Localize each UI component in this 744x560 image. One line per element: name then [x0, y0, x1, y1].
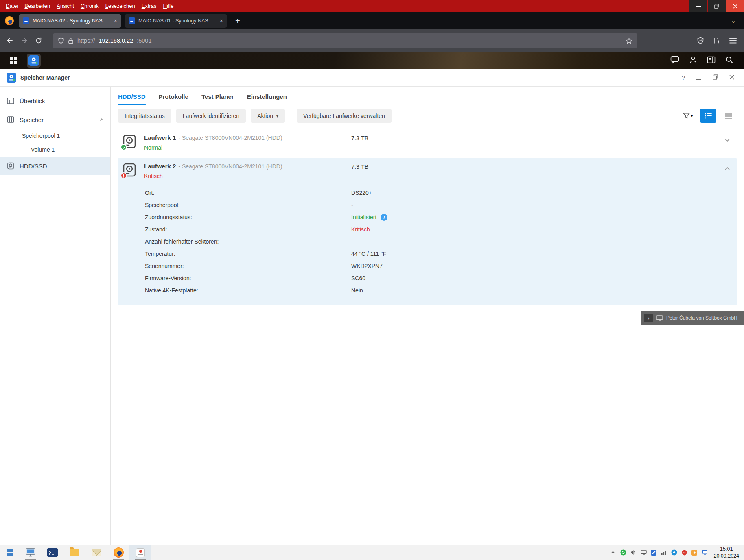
tracking-protection-shield-icon[interactable] — [58, 37, 64, 44]
button-label: Aktion — [257, 113, 273, 119]
menu-view[interactable]: Ansicht — [53, 0, 77, 12]
window-minimize-button[interactable] — [696, 74, 701, 81]
account-shield-icon[interactable] — [697, 37, 704, 44]
drive-list: Laufwerk 1- Seagate ST8000VN004-2M2101 (… — [118, 129, 737, 305]
window-maximize-button[interactable] — [713, 74, 718, 81]
menu-hamburger-icon[interactable] — [729, 38, 737, 44]
tab-title: MAIO-NAS-01 - Synology NAS — [138, 18, 217, 24]
drive-size: 7.3 TB — [351, 163, 368, 170]
detail-row: Firmware-Version:SC60 — [145, 272, 737, 284]
browser-close-button[interactable] — [726, 0, 744, 12]
dsm-search-icon[interactable] — [725, 56, 733, 65]
taskbar-app-disk-utility[interactable] — [129, 545, 151, 560]
taskbar-clock[interactable]: 15:01 20.09.2024 — [711, 546, 744, 559]
list-all-tabs-button[interactable]: ⌄ — [731, 17, 741, 24]
volume-icon[interactable] — [630, 549, 637, 556]
firefox-icon — [114, 547, 124, 558]
detail-label: Anzahl fehlerhafter Sektoren: — [145, 238, 351, 245]
browser-restore-button[interactable] — [708, 0, 726, 12]
remote-session-overlay: › Petar Čubela von Softbox GmbH — [641, 311, 744, 325]
detail-value: Initialisiert — [351, 214, 376, 220]
drive-row-2[interactable]: Laufwerk 2- Seagate ST8000VN004-2M2101 (… — [118, 158, 737, 185]
tab-hdd-ssd[interactable]: HDD/SSD — [118, 93, 146, 105]
menu-history[interactable]: Chronik — [77, 0, 102, 12]
menu-help[interactable]: Hilfe — [160, 0, 177, 12]
toolbar-divider — [291, 111, 291, 121]
detail-view-button[interactable] — [700, 109, 716, 123]
dsm-support-chat-icon[interactable] — [670, 56, 679, 65]
display-icon[interactable] — [640, 549, 647, 556]
drive-2-expanded-block: Laufwerk 2- Seagate ST8000VN004-2M2101 (… — [118, 158, 737, 305]
library-icon[interactable] — [713, 37, 720, 44]
browser-minimize-button[interactable] — [689, 0, 707, 12]
security-shield-icon[interactable] — [681, 549, 687, 556]
start-button[interactable] — [0, 545, 20, 560]
action-dropdown-button[interactable]: Aktion ▾ — [251, 109, 285, 123]
detail-value: DS220+ — [351, 190, 372, 196]
menu-bookmarks[interactable]: Lesezeichen — [102, 0, 138, 12]
taskbar-app-firefox[interactable] — [107, 545, 129, 560]
window-close-button[interactable] — [729, 74, 734, 81]
menu-file[interactable]: Datei — [2, 0, 21, 12]
energy-icon[interactable] — [691, 549, 698, 556]
dsm-widgets-icon[interactable] — [707, 56, 716, 65]
synology-dsm-favicon — [23, 17, 29, 24]
tab-close-icon[interactable]: × — [220, 17, 223, 24]
taskbar-app-computer[interactable] — [20, 545, 42, 560]
taskbar-app-mail[interactable] — [85, 545, 107, 560]
pen-input-icon[interactable] — [650, 549, 657, 556]
dsm-user-icon[interactable] — [689, 56, 697, 65]
taskbar-app-powershell[interactable] — [42, 545, 63, 560]
detail-row: Ort:DS220+ — [145, 187, 737, 199]
overlay-expand-button[interactable]: › — [644, 314, 653, 322]
drive-name: Laufwerk 1 — [144, 134, 176, 141]
menu-edit[interactable]: Bearbeiten — [21, 0, 53, 12]
chevron-up-icon[interactable] — [724, 167, 730, 170]
browser-titlebar[interactable]: Datei Bearbeiten Ansicht Chronik Lesezei… — [0, 0, 744, 12]
compact-view-button[interactable] — [720, 109, 737, 123]
sidebar-item-storage[interactable]: Speicher — [0, 110, 110, 129]
identify-drive-button[interactable]: Laufwerk identifizieren — [176, 109, 246, 123]
info-icon[interactable]: i — [381, 214, 387, 221]
filter-button[interactable]: ▾ — [680, 109, 696, 123]
sidebar-item-volume-1[interactable]: Volume 1 — [0, 143, 110, 157]
skype-icon[interactable] — [671, 549, 677, 556]
window-titlebar[interactable]: Speicher-Manager ? — [0, 69, 744, 87]
tab-protokolle[interactable]: Protokolle — [159, 93, 188, 105]
detail-label: Firmware-Version: — [145, 275, 351, 281]
back-button[interactable] — [6, 37, 14, 45]
bookmark-star-icon[interactable] — [626, 37, 632, 44]
tab-test-planer[interactable]: Test Planer — [201, 93, 234, 105]
connection-lock-icon[interactable] — [68, 38, 74, 44]
tab-einstellungen[interactable]: Einstellungen — [247, 93, 287, 105]
storage-manager-icon — [7, 73, 16, 83]
firefox-icon — [5, 16, 14, 25]
reload-button[interactable] — [35, 37, 42, 44]
button-label: Laufwerk identifizieren — [183, 113, 239, 119]
url-bar[interactable]: https://192.168.0.22:5001 — [53, 33, 637, 48]
menu-tools[interactable]: Extras — [138, 0, 160, 12]
dsm-main-menu-button[interactable] — [7, 54, 20, 68]
health-status-button[interactable]: Integritätsstatus — [118, 109, 171, 123]
sidebar-item-hdd-ssd[interactable]: HDD/SSD — [0, 157, 110, 175]
tab-close-icon[interactable]: × — [114, 17, 117, 24]
sidebar-item-storagepool-1[interactable]: Speicherpool 1 — [0, 129, 110, 143]
show-hidden-icons-button[interactable] — [610, 549, 616, 556]
dsm-storage-manager-app-button[interactable] — [27, 54, 41, 68]
taskbar-app-file-explorer[interactable] — [63, 545, 85, 560]
detail-label: Zustand: — [145, 226, 351, 233]
manage-available-drives-button[interactable]: Verfügbare Laufwerke verwalten — [297, 109, 392, 123]
network-icon[interactable] — [661, 549, 667, 556]
screen: Datei Bearbeiten Ansicht Chronik Lesezei… — [0, 0, 744, 560]
browser-tab-active[interactable]: MAIO-NAS-02 - Synology NAS × — [19, 14, 121, 28]
sidebar-item-overview[interactable]: Überblick — [0, 92, 110, 110]
forward-button[interactable] — [20, 37, 28, 45]
new-tab-button[interactable]: + — [235, 17, 240, 25]
sync-icon[interactable] — [620, 549, 626, 556]
chevron-down-icon[interactable] — [724, 138, 730, 142]
chevron-up-icon[interactable] — [99, 118, 104, 121]
window-help-button[interactable]: ? — [682, 74, 685, 81]
browser-tab-inactive[interactable]: MAIO-NAS-01 - Synology NAS × — [125, 14, 227, 28]
drive-row-1[interactable]: Laufwerk 1- Seagate ST8000VN004-2M2101 (… — [118, 129, 737, 157]
remote-monitor-icon[interactable] — [701, 549, 708, 556]
